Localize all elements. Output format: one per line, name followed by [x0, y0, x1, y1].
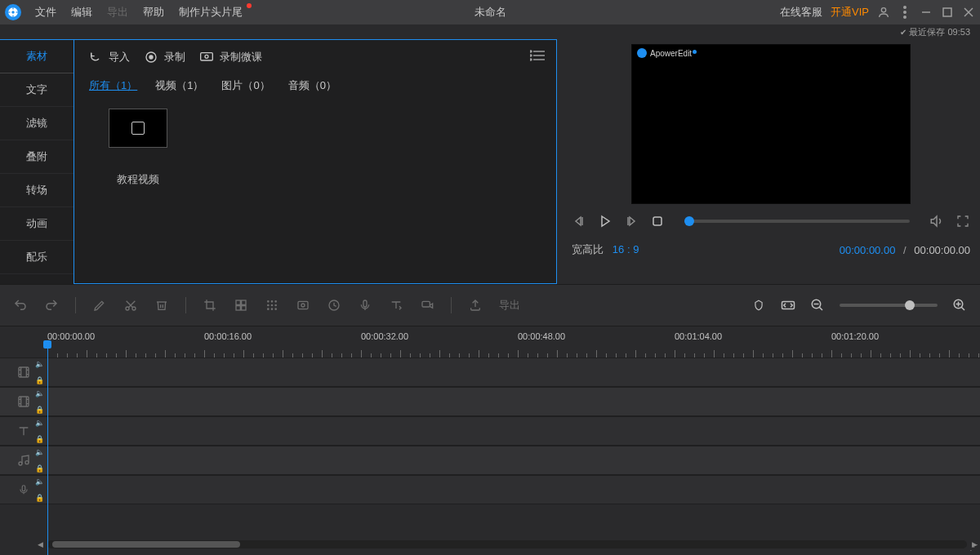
svg-rect-48	[298, 301, 308, 309]
volume-toggle-icon[interactable]: 🔈	[35, 448, 44, 456]
close-button[interactable]	[962, 6, 975, 19]
svg-marker-30	[931, 216, 937, 226]
volume-toggle-icon[interactable]: 🔈	[35, 360, 44, 368]
filter-视频（1）[interactable]: 视频（1）	[155, 78, 203, 93]
menu-制作片头片尾[interactable]: 制作片头片尾	[172, 5, 250, 20]
volume-toggle-icon[interactable]: 🔈	[35, 419, 44, 427]
track-head[interactable]: 🔈🔒	[0, 388, 47, 415]
lock-icon[interactable]: 🔒	[35, 464, 44, 473]
import-icon	[89, 51, 102, 64]
svg-point-15	[149, 56, 153, 59]
lock-icon[interactable]: 🔒	[35, 494, 44, 502]
filter-所有（1）[interactable]: 所有（1）	[89, 78, 137, 93]
online-support-link[interactable]: 在线客服	[780, 5, 822, 20]
menu-文件[interactable]: 文件	[28, 5, 64, 20]
sidebar-tab-动画[interactable]: 动画	[0, 207, 74, 241]
volume-icon[interactable]	[929, 214, 944, 229]
playback-slider[interactable]	[684, 220, 910, 223]
lock-icon[interactable]: 🔒	[35, 435, 44, 443]
maximize-button[interactable]	[941, 6, 954, 19]
track-row[interactable]: 🔈🔒	[0, 446, 980, 475]
scroll-left-arrow[interactable]: ◀	[36, 540, 44, 548]
svg-point-40	[271, 301, 272, 302]
import-button[interactable]: 导入	[89, 50, 130, 64]
film-track-icon	[17, 395, 30, 408]
track-head[interactable]: 🔈🔒	[0, 417, 47, 445]
filter-图片（0）[interactable]: 图片（0）	[221, 78, 270, 93]
svg-point-45	[268, 309, 269, 309]
voiceover-icon[interactable]	[358, 298, 372, 313]
play-button[interactable]	[598, 214, 612, 229]
sidebar-tab-叠附[interactable]: 叠附	[0, 140, 74, 174]
text-to-speech-icon[interactable]	[389, 298, 403, 313]
sidebar-tab-文字[interactable]: 文字	[0, 73, 74, 107]
menu-导出[interactable]: 导出	[100, 5, 136, 20]
track-head[interactable]: 🔈🔒	[0, 476, 47, 504]
marker-icon[interactable]	[751, 298, 766, 313]
svg-rect-4	[8, 11, 10, 12]
playhead[interactable]	[47, 348, 48, 555]
volume-toggle-icon[interactable]: 🔈	[35, 389, 44, 397]
volume-toggle-icon[interactable]: 🔈	[35, 477, 44, 486]
sidebar-tab-转场[interactable]: 转场	[0, 174, 74, 207]
resize-grip-icon[interactable]: ⋰	[969, 543, 978, 553]
redo-icon[interactable]	[44, 298, 59, 313]
undo-icon[interactable]	[13, 298, 28, 313]
zoom-out-icon[interactable]	[810, 298, 825, 313]
menu-帮助[interactable]: 帮助	[136, 5, 172, 20]
track-row[interactable]: 🔈🔒	[0, 475, 980, 504]
stop-button[interactable]	[650, 214, 665, 229]
scrollbar-thumb[interactable]	[52, 541, 240, 548]
fullscreen-icon[interactable]	[956, 214, 970, 229]
horizontal-scrollbar[interactable]: ◀ ▶	[47, 540, 967, 548]
lock-icon[interactable]: 🔒	[35, 406, 44, 414]
minimize-button[interactable]	[920, 6, 933, 19]
upgrade-vip-link[interactable]: 开通VIP	[831, 5, 869, 20]
time-ruler[interactable]: 00:00:00.0000:00:16.0000:00:32.0000:00:4…	[47, 326, 980, 357]
duration-icon[interactable]	[327, 298, 341, 313]
preview-screen[interactable]: ApowerEdit	[631, 44, 911, 204]
prev-frame-button[interactable]	[572, 214, 586, 229]
zoom-in-icon[interactable]	[952, 298, 967, 313]
svg-rect-77	[22, 486, 25, 491]
title-bar: 文件编辑导出帮助制作片头片尾 未命名 在线客服 开通VIP	[0, 0, 980, 24]
export-icon[interactable]	[468, 298, 483, 313]
track-row[interactable]: 🔈🔒	[0, 357, 980, 387]
track-row[interactable]: 🔈🔒	[0, 387, 980, 416]
mosaic-icon[interactable]	[234, 298, 248, 313]
thumbnail-preview	[109, 109, 167, 148]
track-row[interactable]: 🔈🔒	[0, 416, 980, 446]
svg-point-76	[25, 461, 29, 464]
media-thumbnail[interactable]: 教程视频	[89, 109, 187, 187]
more-icon[interactable]	[898, 6, 911, 19]
grid-icon[interactable]	[265, 298, 279, 313]
record-lesson-button[interactable]: 录制微课	[200, 50, 262, 64]
crop-icon[interactable]	[203, 298, 217, 313]
cut-icon[interactable]	[123, 298, 138, 313]
track-head[interactable]: 🔈🔒	[0, 358, 47, 386]
export-label[interactable]: 导出	[499, 298, 520, 313]
sidebar-tab-素材[interactable]: 素材	[0, 39, 74, 73]
sidebar-tab-配乐[interactable]: 配乐	[0, 241, 74, 274]
zoom-region-icon[interactable]	[420, 298, 434, 313]
next-frame-button[interactable]	[624, 214, 639, 229]
filter-音频（0）[interactable]: 音频（0）	[288, 78, 336, 93]
track-head[interactable]: 🔈🔒	[0, 446, 47, 474]
edit-icon[interactable]	[92, 298, 107, 313]
svg-point-43	[271, 304, 272, 305]
account-icon[interactable]	[877, 6, 890, 19]
freeze-frame-icon[interactable]	[296, 298, 310, 313]
aspect-ratio-value[interactable]: 16 : 9	[612, 243, 639, 255]
main-menu: 文件编辑导出帮助制作片头片尾	[28, 5, 250, 20]
zoom-slider[interactable]	[840, 304, 938, 307]
lock-icon[interactable]: 🔒	[35, 376, 44, 384]
svg-rect-2	[12, 7, 13, 9]
list-view-toggle-icon[interactable]	[530, 50, 545, 61]
sidebar-tab-滤镜[interactable]: 滤镜	[0, 107, 74, 140]
delete-icon[interactable]	[154, 298, 169, 313]
document-title: 未命名	[474, 5, 506, 20]
record-button[interactable]: 录制	[145, 50, 185, 64]
svg-point-8	[903, 11, 906, 14]
menu-编辑[interactable]: 编辑	[64, 5, 100, 20]
fit-icon[interactable]	[781, 298, 795, 313]
